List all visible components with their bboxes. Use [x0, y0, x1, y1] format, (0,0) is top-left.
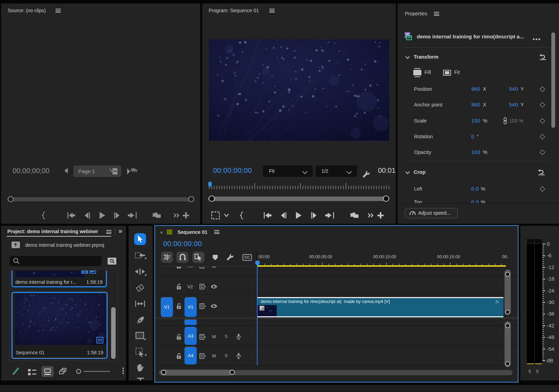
svg-text:-18: -18: [547, 276, 554, 282]
svg-text:-54: -54: [547, 346, 554, 352]
svg-text:-24: -24: [547, 288, 554, 294]
svg-text:-30: -30: [547, 299, 554, 305]
svg-text:-42: -42: [547, 323, 554, 328]
svg-text:-48: -48: [547, 334, 554, 340]
svg-text:-36: -36: [547, 311, 554, 317]
svg-text:dB: dB: [547, 357, 553, 363]
svg-text:0: 0: [547, 241, 550, 247]
svg-text:-6: -6: [547, 252, 551, 258]
svg-text:-12: -12: [547, 264, 554, 270]
